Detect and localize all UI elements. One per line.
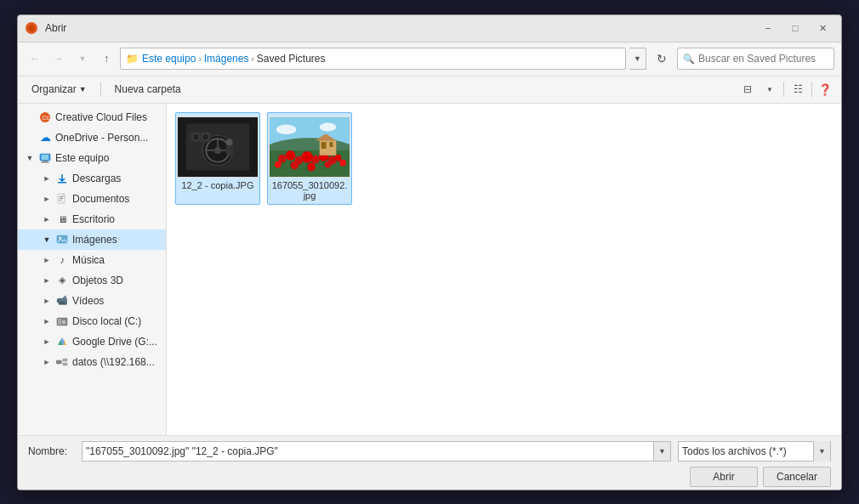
back-button[interactable]: ← [25, 48, 45, 69]
open-button[interactable]: Abrir [690, 467, 758, 487]
sidebar-label-descargas: Descargas [72, 173, 121, 184]
svg-point-29 [214, 147, 221, 154]
cancel-button[interactable]: Cancelar [763, 467, 831, 487]
expand-icon-3d: ► [42, 276, 52, 285]
svg-rect-20 [56, 360, 61, 364]
svg-point-39 [276, 124, 297, 134]
filename-row: Nombre: ▼ Todos los archivos (*.*) ▼ [28, 441, 831, 462]
sidebar-label-imagenes: Imágenes [72, 234, 117, 246]
svg-point-34 [226, 139, 233, 145]
sidebar-item-onedrive[interactable]: ☁ OneDrive - Person... [18, 127, 166, 148]
address-bar: ← → ▼ ↑ 📁 Este equipo › Imágenes › Saved… [18, 42, 841, 76]
file-thumbnail-2 [269, 116, 350, 178]
breadcrumb-equipo[interactable]: Este equipo [142, 53, 196, 65]
sidebar: Cc Creative Cloud Files ☁ OneDrive - Per… [18, 104, 167, 435]
sidebar-item-documentos[interactable]: ► Documentos [18, 189, 166, 209]
svg-point-36 [193, 133, 200, 140]
sidebar-item-disco-local[interactable]: ► Disco local (C:) [18, 311, 166, 331]
svg-rect-8 [58, 182, 66, 184]
escritorio-icon: 🖥 [55, 212, 69, 226]
sidebar-item-este-equipo[interactable]: ▼ Este equipo [18, 148, 166, 168]
sidebar-item-descargas[interactable]: ► Descargas [18, 168, 166, 189]
filetype-dropdown[interactable]: Todos los archivos (*.*) ▼ [678, 441, 831, 462]
maximize-button[interactable]: □ [783, 20, 807, 37]
documentos-icon [55, 192, 69, 206]
new-folder-button[interactable]: Nueva carpeta [108, 79, 188, 99]
up-button[interactable]: ↑ [96, 48, 117, 69]
google-drive-icon [55, 335, 69, 348]
help-button[interactable]: ❓ [816, 80, 834, 99]
breadcrumb-imagenes[interactable]: Imágenes [204, 53, 249, 65]
svg-point-47 [311, 155, 320, 163]
sidebar-label-google-drive: Google Drive (G:... [72, 336, 157, 348]
minimize-button[interactable]: − [756, 20, 780, 37]
svg-rect-11 [60, 198, 63, 199]
sidebar-label-disco-local: Disco local (C:) [72, 315, 141, 327]
imagenes-icon [55, 233, 69, 246]
descargas-icon [55, 172, 69, 185]
breadcrumb-current: Saved Pictures [257, 53, 326, 65]
breadcrumb-sep1: › [198, 54, 201, 64]
sidebar-item-imagenes[interactable]: ▼ Imágenes [18, 229, 166, 250]
sidebar-item-musica[interactable]: ► ♪ Música [18, 250, 166, 270]
sidebar-item-objetos3d[interactable]: ► ◈ Objetos 3D [18, 270, 166, 291]
toolbar-right: ⊟ ▼ ☷ ❓ [737, 79, 834, 99]
organize-arrow-icon: ▼ [79, 85, 87, 93]
file-name-2: 167055_3010092.jpg [271, 180, 348, 201]
filetype-text: Todos los archivos (*.*) [679, 445, 813, 457]
datos-icon [55, 355, 69, 369]
filename-input[interactable] [82, 441, 654, 462]
refresh-button[interactable]: ↻ [650, 48, 674, 70]
dialog-title: Abrir [45, 22, 756, 34]
sidebar-item-datos[interactable]: ► datos (\\192.168... [18, 352, 166, 372]
svg-rect-61 [321, 142, 327, 149]
organize-button[interactable]: Organizar ▼ [25, 79, 94, 99]
sidebar-label-escritorio: Escritorio [72, 213, 115, 225]
breadcrumb-dropdown[interactable]: ▼ [629, 48, 646, 70]
svg-line-23 [61, 360, 63, 362]
expand-icon-datos: ► [42, 358, 52, 366]
forward-button[interactable]: → [48, 48, 69, 69]
svg-rect-22 [63, 363, 67, 365]
recent-button[interactable]: ▼ [72, 48, 93, 69]
sidebar-item-escritorio[interactable]: ► 🖥 Escritorio [18, 209, 166, 229]
musica-icon: ♪ [55, 253, 69, 267]
file-name-1: 12_2 - copia.JPG [182, 180, 254, 190]
expand-icon-disk: ► [42, 317, 52, 326]
svg-rect-7 [41, 161, 49, 162]
file-area[interactable]: 12_2 - copia.JPG [167, 104, 841, 435]
view-icon-button[interactable]: ⊟ [737, 79, 758, 99]
svg-point-50 [334, 154, 341, 161]
este-equipo-icon [38, 151, 52, 165]
close-button[interactable]: ✕ [811, 20, 834, 37]
sidebar-item-creative-cloud[interactable]: Cc Creative Cloud Files [18, 107, 166, 127]
file-item-2[interactable]: 167055_3010092.jpg [267, 112, 352, 205]
svg-point-53 [307, 162, 316, 171]
toolbar-sep2 [783, 82, 784, 97]
expand-icon-mus: ► [42, 256, 52, 264]
expand-icon-gd: ► [42, 337, 52, 346]
breadcrumb-sep2: › [251, 54, 253, 64]
expand-icon-esc: ► [42, 215, 52, 224]
onedrive-icon: ☁ [38, 131, 52, 144]
svg-point-1 [28, 25, 35, 31]
search-input[interactable] [698, 53, 828, 65]
file-item-1[interactable]: 12_2 - copia.JPG [175, 112, 260, 205]
view-dropdown-button[interactable]: ▼ [759, 79, 780, 99]
view-list-button[interactable]: ☷ [788, 79, 808, 99]
search-icon: 🔍 [683, 54, 695, 65]
sidebar-label-creative-cloud: Creative Cloud Files [55, 111, 147, 123]
svg-point-40 [320, 122, 337, 131]
filename-dropdown-button[interactable]: ▼ [654, 441, 671, 462]
svg-point-52 [290, 161, 299, 169]
breadcrumb[interactable]: 📁 Este equipo › Imágenes › Saved Picture… [120, 48, 626, 70]
toolbar-sep3 [811, 82, 812, 97]
svg-rect-17 [58, 319, 61, 325]
sidebar-item-videos[interactable]: ► 📹 Vídeos [18, 291, 166, 311]
svg-rect-12 [60, 200, 61, 201]
sidebar-label-onedrive: OneDrive - Person... [55, 132, 148, 144]
sidebar-item-google-drive[interactable]: ► Google Drive (G:... [18, 331, 166, 352]
expand-icon-vid: ► [42, 297, 52, 305]
bottom-bar: Nombre: ▼ Todos los archivos (*.*) ▼ Abr… [18, 435, 841, 490]
buttons-row: Abrir Cancelar [28, 467, 831, 487]
